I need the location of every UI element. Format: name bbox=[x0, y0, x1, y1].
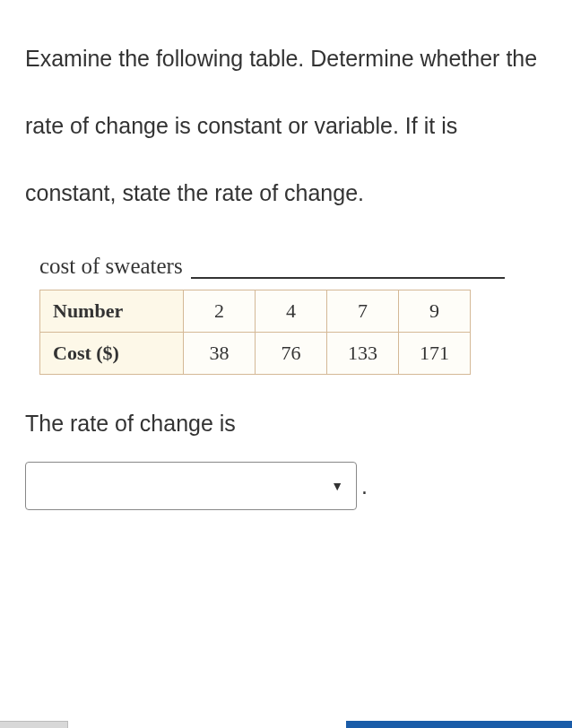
cell-number-2: 7 bbox=[327, 290, 399, 333]
question-text: Examine the following table. Determine w… bbox=[25, 25, 547, 227]
chevron-down-icon: ▼ bbox=[331, 479, 343, 493]
cell-number-3: 9 bbox=[399, 290, 471, 333]
table-title-line bbox=[191, 277, 505, 279]
table-row: Cost ($) 38 76 133 171 bbox=[40, 333, 471, 375]
answer-section: The rate of change is ▼ . bbox=[25, 411, 547, 510]
select-wrapper: ▼ . bbox=[25, 462, 368, 510]
answer-dropdown[interactable]: ▼ bbox=[25, 462, 357, 510]
cell-cost-0: 38 bbox=[184, 333, 256, 375]
bottom-spacer bbox=[68, 721, 346, 728]
cell-number-1: 4 bbox=[256, 290, 327, 333]
table-row: Number 2 4 7 9 bbox=[40, 290, 471, 333]
table-title: cost of sweaters bbox=[39, 254, 183, 278]
table-container: cost of sweaters Number 2 4 7 9 Cost ($)… bbox=[32, 254, 547, 375]
answer-prompt: The rate of change is bbox=[25, 411, 547, 437]
bottom-right-button[interactable] bbox=[346, 721, 572, 728]
cell-cost-3: 171 bbox=[399, 333, 471, 375]
row-label-number: Number bbox=[40, 290, 184, 333]
row-label-cost: Cost ($) bbox=[40, 333, 184, 375]
data-table: Number 2 4 7 9 Cost ($) 38 76 133 171 bbox=[39, 290, 471, 375]
table-title-row: cost of sweaters bbox=[32, 254, 547, 279]
cell-cost-2: 133 bbox=[327, 333, 399, 375]
cell-number-0: 2 bbox=[184, 290, 256, 333]
period-text: . bbox=[361, 473, 368, 499]
bottom-left-button[interactable] bbox=[0, 721, 68, 728]
cell-cost-1: 76 bbox=[256, 333, 327, 375]
bottom-bar bbox=[0, 721, 572, 728]
